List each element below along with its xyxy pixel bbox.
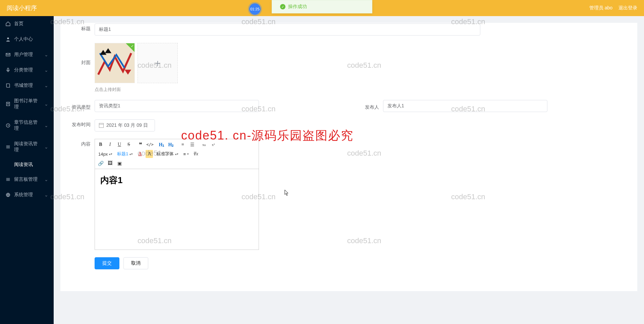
strike-button[interactable]: S bbox=[125, 141, 132, 149]
sidebar-item-label: 图书订单管理 bbox=[14, 98, 41, 110]
sidebar-item-label: 分类管理 bbox=[14, 67, 41, 73]
type-input[interactable] bbox=[95, 100, 259, 112]
label-publish-time: 发布时间 bbox=[67, 119, 91, 128]
h1-button[interactable]: H₁ bbox=[158, 141, 165, 149]
user-link[interactable]: 管理员 abo bbox=[589, 5, 612, 11]
sidebar-item-messages[interactable]: 留言板管理 ⌄ bbox=[0, 172, 54, 187]
logout-link[interactable]: 退出登录 bbox=[619, 5, 637, 11]
sidebar-item-label: 首页 bbox=[14, 21, 48, 27]
svg-rect-2 bbox=[7, 68, 9, 70]
order-icon bbox=[5, 101, 11, 107]
plus-icon: ＋ bbox=[153, 57, 162, 69]
heading-select[interactable]: 标题1▴▾ bbox=[116, 151, 134, 157]
content-heading: 内容1 bbox=[100, 174, 253, 186]
book-icon bbox=[5, 83, 11, 88]
sidebar: 首页 个人中心 用户管理 ⌄ 分类管理 ⌄ 书城管理 ⌄ 图书订单管理 ⌄ 章节… bbox=[0, 16, 54, 324]
date-value: 2021 年 03 月 09 日 bbox=[106, 122, 148, 128]
quote-button[interactable]: ❝ bbox=[137, 141, 144, 149]
font-size-select[interactable]: 14px▴▾ bbox=[97, 152, 114, 157]
font-color-button[interactable]: A bbox=[136, 150, 144, 158]
list-icon bbox=[5, 177, 11, 182]
home-icon bbox=[5, 21, 11, 26]
globe-icon bbox=[5, 192, 11, 198]
user-icon bbox=[5, 37, 11, 42]
link-button[interactable]: 🔗 bbox=[97, 159, 104, 167]
check-corner-icon bbox=[126, 43, 135, 52]
publish-date-picker[interactable]: 2021 年 03 月 09 日 bbox=[95, 119, 155, 131]
title-input[interactable] bbox=[95, 23, 480, 36]
sidebar-item-category[interactable]: 分类管理 ⌄ bbox=[0, 62, 54, 78]
cover-hint: 点击上传封面 bbox=[95, 87, 178, 93]
svg-point-0 bbox=[7, 38, 9, 39]
label-type: 资讯类型 bbox=[67, 102, 91, 110]
ordered-list-button[interactable]: ≡ bbox=[179, 141, 186, 149]
sidebar-item-label: 个人中心 bbox=[14, 36, 48, 42]
form-card: 标题 封面 bbox=[60, 23, 637, 291]
sidebar-item-label: 系统管理 bbox=[14, 192, 41, 198]
submit-button[interactable]: 提交 bbox=[95, 257, 119, 269]
sidebar-item-orders[interactable]: 图书订单管理 ⌄ bbox=[0, 93, 54, 115]
chevron-down-icon: ⌄ bbox=[44, 144, 48, 150]
sidebar-item-label: 书城管理 bbox=[14, 83, 41, 89]
code-button[interactable]: </> bbox=[146, 141, 154, 149]
sidebar-item-label: 阅读资讯管理 bbox=[14, 141, 41, 153]
chevron-down-icon: ⌄ bbox=[44, 52, 48, 57]
chevron-down-icon: ⌄ bbox=[44, 192, 48, 198]
app-title: 阅读小程序 bbox=[7, 4, 37, 12]
sidebar-item-label: 章节信息管理 bbox=[14, 119, 41, 131]
bg-color-button[interactable]: A bbox=[146, 150, 153, 158]
align-select[interactable]: ≡▾ bbox=[182, 152, 190, 157]
field-title: 标题 bbox=[67, 23, 631, 36]
unordered-list-button[interactable]: ☰ bbox=[189, 141, 196, 149]
chevron-down-icon: ⌄ bbox=[44, 83, 48, 88]
list-icon bbox=[5, 144, 11, 150]
sidebar-item-label: 留言板管理 bbox=[14, 176, 41, 182]
sidebar-item-news[interactable]: 阅读资讯管理 ⌄ bbox=[0, 136, 54, 158]
toast-text: 操作成功 bbox=[288, 4, 307, 10]
editor-body[interactable]: 内容1 bbox=[95, 169, 259, 250]
label-cover: 封面 bbox=[67, 43, 91, 66]
sidebar-item-bookstore[interactable]: 书城管理 ⌄ bbox=[0, 78, 54, 93]
label-content: 内容 bbox=[67, 139, 91, 147]
mail-icon bbox=[5, 52, 11, 57]
field-cover: 封面 ＋ bbox=[67, 43, 631, 93]
publisher-input[interactable] bbox=[383, 100, 547, 112]
row-type-publisher: 资讯类型 发布人 bbox=[67, 100, 631, 112]
sidebar-item-system[interactable]: 系统管理 ⌄ bbox=[0, 187, 54, 203]
field-content: 内容 B I U S ❝ </> H₁ H₂ ≡ ☰ x₂ bbox=[67, 139, 631, 250]
sidebar-item-label: 用户管理 bbox=[14, 52, 41, 58]
sidebar-item-label: 阅读资讯 bbox=[14, 162, 48, 168]
chevron-down-icon: ⌄ bbox=[44, 101, 48, 107]
superscript-button[interactable]: x² bbox=[210, 141, 217, 149]
sidebar-item-users[interactable]: 用户管理 ⌄ bbox=[0, 47, 54, 62]
subscript-button[interactable]: x₂ bbox=[200, 141, 208, 149]
label-title: 标题 bbox=[67, 23, 91, 32]
sidebar-subitem-news[interactable]: 阅读资讯 bbox=[0, 158, 54, 172]
chevron-down-icon: ⌄ bbox=[44, 177, 48, 182]
sidebar-item-chapters[interactable]: 章节信息管理 ⌄ bbox=[0, 115, 54, 136]
upload-cover-button[interactable]: ＋ bbox=[138, 43, 178, 83]
main-content: 标题 封面 bbox=[54, 0, 644, 324]
success-toast: ✓ 操作成功 bbox=[272, 0, 372, 13]
font-family-select[interactable]: 标准字体▴▾ bbox=[155, 151, 180, 157]
bold-button[interactable]: B bbox=[97, 141, 104, 149]
editor-toolbar: B I U S ❝ </> H₁ H₂ ≡ ☰ x₂ x² bbox=[95, 139, 259, 169]
field-publish-time: 发布时间 2021 年 03 月 09 日 bbox=[67, 119, 631, 131]
image-button[interactable]: 🖼 bbox=[106, 159, 114, 167]
mic-icon bbox=[5, 67, 11, 73]
chevron-down-icon: ⌄ bbox=[44, 123, 48, 128]
underline-button[interactable]: U bbox=[116, 141, 123, 149]
chevron-down-icon: ⌄ bbox=[44, 67, 48, 73]
sidebar-item-profile[interactable]: 个人中心 bbox=[0, 32, 54, 47]
video-button[interactable]: ▣ bbox=[116, 159, 123, 167]
rich-editor: B I U S ❝ </> H₁ H₂ ≡ ☰ x₂ x² bbox=[95, 139, 259, 250]
italic-button[interactable]: I bbox=[106, 141, 114, 149]
action-row: 提交 取消 bbox=[95, 257, 631, 269]
calendar-icon bbox=[99, 123, 104, 128]
sidebar-item-home[interactable]: 首页 bbox=[0, 16, 54, 32]
h2-button[interactable]: H₂ bbox=[167, 141, 175, 149]
clear-format-button[interactable]: Tx bbox=[192, 150, 200, 158]
cancel-button[interactable]: 取消 bbox=[123, 257, 148, 269]
timer-badge: 01:25 bbox=[249, 3, 261, 15]
cover-thumbnail[interactable] bbox=[95, 43, 135, 83]
